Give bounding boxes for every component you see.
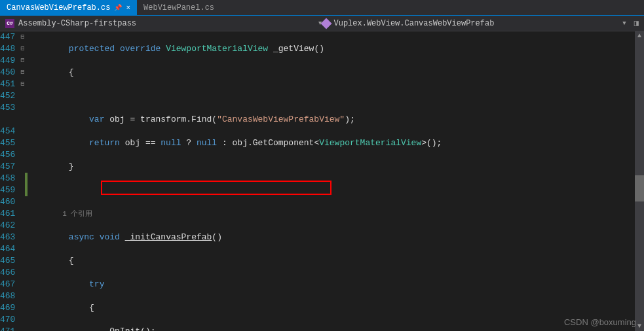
scroll-up-icon[interactable]: ▲	[635, 31, 644, 41]
csharp-icon: C#	[5, 19, 14, 28]
assembly-name: Assembly-CSharp-firstpass	[18, 19, 136, 28]
split-icon[interactable]: ◨	[634, 18, 639, 28]
tab-label: CanvasWebViewPrefab.cs	[7, 3, 110, 12]
code-area[interactable]: protected override ViewportMaterialView …	[28, 31, 644, 331]
chevron-down-icon: ▼	[622, 20, 626, 27]
codelens-references[interactable]: 1 个引用	[62, 210, 92, 218]
type-dropdown[interactable]: Vuplex.WebView.CanvasWebViewPrefab ▼ ◨	[322, 18, 639, 28]
tab-webviewpanel[interactable]: WebViewPanel.cs	[137, 0, 221, 15]
watermark: CSDN @boxuming	[564, 317, 636, 327]
vertical-scrollbar[interactable]: ▲ ▼	[635, 31, 644, 331]
namespace-name: Vuplex.WebView.CanvasWebViewPrefab	[334, 19, 495, 28]
scrollbar-thumb[interactable]	[635, 175, 644, 201]
navigation-bar: C# Assembly-CSharp-firstpass ▼ Vuplex.We…	[0, 16, 644, 31]
close-icon[interactable]: ×	[126, 4, 130, 12]
tab-bar: CanvasWebViewPrefab.cs 📌 × WebViewPanel.…	[0, 0, 644, 16]
assembly-dropdown[interactable]: C# Assembly-CSharp-firstpass ▼	[5, 19, 322, 28]
tab-canvaswebviewprefab[interactable]: CanvasWebViewPrefab.cs 📌 ×	[0, 0, 137, 15]
tab-label: WebViewPanel.cs	[143, 3, 214, 12]
pin-icon[interactable]: 📌	[114, 4, 122, 12]
scroll-down-icon[interactable]: ▼	[635, 322, 644, 331]
line-number-gutter: 447448449 450451452 453 454455 456457458…	[0, 31, 20, 331]
method-icon	[320, 18, 331, 29]
code-editor[interactable]: 447448449 450451452 453 454455 456457458…	[0, 31, 644, 331]
